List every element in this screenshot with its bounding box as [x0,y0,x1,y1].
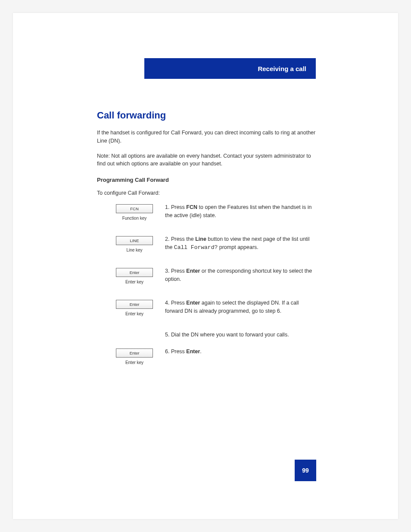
subsection-intro: To configure Call Forward: [97,189,317,197]
steps-list: FCN Function key 1. Press FCN to open th… [97,203,317,365]
key-label: Enter key [116,311,153,316]
step-text-prefix: 2. Press the [165,236,195,242]
step-text-bold: Line [195,236,206,242]
page-number: 99 [295,460,316,481]
step-row: Enter Enter key 3. Press Enter or the co… [97,267,317,284]
intro-paragraph: If the handset is configured for Call Fo… [97,129,317,145]
fcn-button-graphic: FCN [116,204,153,213]
step-text-after2: prompt appears. [218,244,258,250]
step-key-column: Enter Enter key [97,267,165,284]
note-paragraph: Note: Not all options are available on e… [97,152,317,168]
step-text-bold: FCN [186,204,197,210]
header-section-label: Receiving a call [258,65,306,72]
step-text: 2. Press the Line button to view the nex… [165,235,317,252]
step-row: 5. Dial the DN where you want to forward… [97,331,317,339]
step-key-column: Enter Enter key [97,299,165,316]
step-row: LINE Line key 2. Press the Line button t… [97,235,317,252]
key-label: Function key [116,216,153,221]
step-text-after: . [200,348,201,355]
step-text-bold: Enter [186,348,200,355]
step-key-column: FCN Function key [97,203,165,221]
page-number-value: 99 [302,467,309,474]
line-button-graphic: LINE [116,236,153,245]
step-text-bold: Enter [186,268,200,274]
key-label: Line key [116,248,153,252]
step-text-prefix: 4. Press [165,300,186,306]
section-title: Call forwarding [97,110,317,121]
key-label: Enter key [116,360,153,365]
step-text-prefix: 6. Press [165,348,186,355]
step-row: Enter Enter key 6. Press Enter. [97,348,317,365]
step-key-column: LINE Line key [97,235,165,252]
step-text: 6. Press Enter. [165,348,317,356]
subsection-title: Programming Call Forward [97,177,317,183]
step-row: FCN Function key 1. Press FCN to open th… [97,203,317,221]
document-page: Receiving a call Call forwarding If the … [13,13,398,519]
step-key-column: Enter Enter key [97,348,165,365]
step-text-bold: Enter [186,300,200,306]
step-row: Enter Enter key 4. Press Enter again to … [97,299,317,316]
enter-button-graphic: Enter [116,348,153,358]
step-text-prefix: 5. Dial the DN where you want to forward… [165,332,289,338]
step-text: 5. Dial the DN where you want to forward… [165,331,317,339]
key-label: Enter key [116,280,153,284]
step-text-prefix: 1. Press [165,204,186,210]
step-text: 3. Press Enter or the corresponding shor… [165,267,317,283]
step-text-mono: Call Forward? [174,244,218,251]
header-bar: Receiving a call [144,58,316,79]
step-text: 4. Press Enter again to select the displ… [165,299,317,315]
step-text-prefix: 3. Press [165,268,186,274]
enter-button-graphic: Enter [116,300,153,309]
step-text: 1. Press FCN to open the Features list w… [165,203,317,220]
page-content: Call forwarding If the handset is config… [97,110,317,380]
enter-button-graphic: Enter [116,268,153,277]
